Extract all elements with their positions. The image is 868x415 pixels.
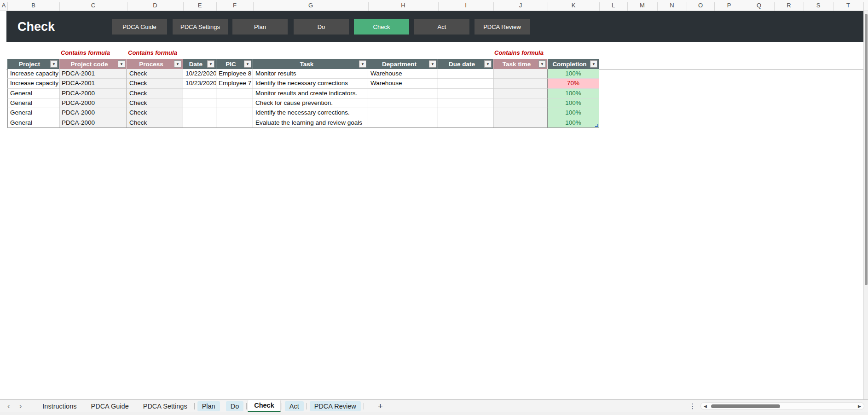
cell-process[interactable]: Check bbox=[127, 79, 183, 88]
vertical-scrollbar-thumb[interactable] bbox=[865, 14, 868, 285]
banner-button-pdca-review[interactable]: PDCA Review bbox=[475, 19, 530, 35]
cell-project[interactable]: General bbox=[7, 118, 59, 128]
filter-dropdown-icon[interactable]: ▼ bbox=[207, 60, 214, 68]
filter-dropdown-icon[interactable]: ▼ bbox=[50, 60, 58, 68]
cell-project-code[interactable]: PDCA-2000 bbox=[59, 108, 127, 118]
cell-department[interactable] bbox=[368, 98, 438, 108]
filter-dropdown-icon[interactable]: ▼ bbox=[484, 60, 492, 68]
cell-date[interactable] bbox=[183, 118, 216, 128]
column-letter[interactable]: K bbox=[572, 2, 576, 9]
cell-project[interactable]: Increase capacity bbox=[7, 69, 59, 79]
column-header-completion[interactable]: Completion▼ bbox=[548, 59, 599, 69]
cell-due-date[interactable] bbox=[438, 118, 493, 128]
filter-dropdown-icon[interactable]: ▼ bbox=[359, 60, 366, 68]
scroll-left-icon[interactable]: ◀ bbox=[704, 404, 707, 409]
column-letter[interactable]: N bbox=[670, 2, 674, 9]
next-sheet-icon[interactable]: › bbox=[19, 402, 22, 410]
cell-department[interactable] bbox=[368, 118, 438, 128]
filter-dropdown-icon[interactable]: ▼ bbox=[174, 60, 181, 68]
prev-sheet-icon[interactable]: ‹ bbox=[7, 402, 10, 410]
horizontal-scrollbar[interactable]: ◀ ▶ bbox=[700, 402, 864, 410]
cell-task[interactable]: Monitor results bbox=[253, 69, 368, 79]
cell-project-code[interactable]: PDCA-2000 bbox=[59, 98, 127, 108]
cell-date[interactable] bbox=[183, 108, 216, 118]
sheet-tab-pdca-guide[interactable]: PDCA Guide bbox=[85, 403, 135, 410]
cell-task-time[interactable] bbox=[493, 89, 548, 98]
cell-project[interactable]: Increase capacity bbox=[7, 79, 59, 88]
banner-button-check[interactable]: Check bbox=[354, 19, 409, 35]
sheet-tab-pdca-review[interactable]: PDCA Review bbox=[310, 401, 361, 411]
vertical-scrollbar[interactable] bbox=[863, 11, 868, 399]
cell-completion[interactable]: 100% bbox=[548, 69, 599, 79]
column-letter[interactable]: S bbox=[816, 2, 821, 9]
sheet-tab-check[interactable]: Check bbox=[248, 400, 281, 412]
table-resize-handle-icon[interactable] bbox=[595, 124, 598, 127]
cell-project[interactable]: General bbox=[7, 108, 59, 118]
column-letter[interactable]: T bbox=[846, 2, 850, 9]
cell-task[interactable]: Monitor results and create indicators. bbox=[253, 89, 368, 98]
cell-task[interactable]: Check for cause prevention. bbox=[253, 98, 368, 108]
column-letter[interactable]: I bbox=[465, 2, 467, 9]
cell-task-time[interactable] bbox=[493, 79, 548, 88]
column-letter[interactable]: Q bbox=[757, 2, 761, 9]
column-letter[interactable]: F bbox=[233, 2, 237, 9]
cell-completion[interactable]: 100% bbox=[548, 108, 599, 118]
cell-completion[interactable]: 100% bbox=[548, 98, 599, 108]
cell-pic[interactable] bbox=[216, 98, 253, 108]
filter-dropdown-icon[interactable]: ▼ bbox=[538, 60, 546, 68]
column-letter[interactable]: H bbox=[401, 2, 405, 9]
cell-task[interactable]: Identify the necessary corrections bbox=[253, 79, 368, 88]
scroll-right-icon[interactable]: ▶ bbox=[858, 404, 861, 409]
filter-dropdown-icon[interactable]: ▼ bbox=[118, 60, 125, 68]
banner-button-act[interactable]: Act bbox=[414, 19, 469, 35]
cell-task-time[interactable] bbox=[493, 108, 548, 118]
column-header-due-date[interactable]: Due date▼ bbox=[438, 59, 493, 69]
column-letter[interactable]: D bbox=[153, 2, 157, 9]
cell-pic[interactable] bbox=[216, 118, 253, 128]
column-header-pic[interactable]: PIC▼ bbox=[216, 59, 253, 69]
cell-project-code[interactable]: PDCA-2000 bbox=[59, 118, 127, 128]
cell-task-time[interactable] bbox=[493, 98, 548, 108]
cell-process[interactable]: Check bbox=[127, 69, 183, 79]
column-header-department[interactable]: Department▼ bbox=[368, 59, 438, 69]
cell-project-code[interactable]: PDCA-2001 bbox=[59, 79, 127, 88]
column-letter[interactable]: J bbox=[519, 2, 522, 9]
cell-date[interactable] bbox=[183, 89, 216, 98]
cell-task[interactable]: Evaluate the learning and review goals bbox=[253, 118, 368, 128]
cell-process[interactable]: Check bbox=[127, 118, 183, 128]
column-header-date[interactable]: Date▼ bbox=[183, 59, 216, 69]
column-header-project-code[interactable]: Project code▼ bbox=[59, 59, 127, 69]
column-header-project[interactable]: Project▼ bbox=[7, 59, 59, 69]
cell-due-date[interactable] bbox=[438, 89, 493, 98]
cell-project[interactable]: General bbox=[7, 89, 59, 98]
sheet-tab-pdca-settings[interactable]: PDCA Settings bbox=[137, 403, 193, 410]
column-letter[interactable]: O bbox=[698, 2, 703, 9]
cell-due-date[interactable] bbox=[438, 98, 493, 108]
banner-button-plan[interactable]: Plan bbox=[232, 19, 288, 35]
column-letter[interactable]: R bbox=[787, 2, 791, 9]
cell-date[interactable]: 10/23/2020 bbox=[183, 79, 216, 88]
cell-project-code[interactable]: PDCA-2000 bbox=[59, 89, 127, 98]
cell-process[interactable]: Check bbox=[127, 98, 183, 108]
cell-department[interactable] bbox=[368, 89, 438, 98]
column-letter[interactable]: E bbox=[198, 2, 202, 9]
cell-department[interactable]: Warehouse bbox=[368, 79, 438, 88]
column-header-task-time[interactable]: Task time▼ bbox=[493, 59, 548, 69]
add-sheet-icon[interactable]: + bbox=[378, 401, 383, 411]
column-letter[interactable]: L bbox=[612, 2, 615, 9]
cell-pic[interactable] bbox=[216, 108, 253, 118]
column-header-task[interactable]: Task▼ bbox=[253, 59, 368, 69]
cell-project[interactable]: General bbox=[7, 98, 59, 108]
column-letter[interactable]: G bbox=[308, 2, 313, 9]
cell-pic[interactable]: Employee 8 bbox=[216, 69, 253, 79]
cell-task-time[interactable] bbox=[493, 118, 548, 128]
sheet-tab-instructions[interactable]: Instructions bbox=[36, 403, 82, 410]
cell-date[interactable]: 10/22/2020 bbox=[183, 69, 216, 79]
cell-due-date[interactable] bbox=[438, 79, 493, 88]
sheet-tab-act[interactable]: Act bbox=[285, 401, 304, 411]
cell-department[interactable]: Warehouse bbox=[368, 69, 438, 79]
cell-task-time[interactable] bbox=[493, 69, 548, 79]
cell-task[interactable]: Identify the necessary corrections. bbox=[253, 108, 368, 118]
column-letter[interactable]: P bbox=[727, 2, 731, 9]
column-header-process[interactable]: Process▼ bbox=[127, 59, 183, 69]
